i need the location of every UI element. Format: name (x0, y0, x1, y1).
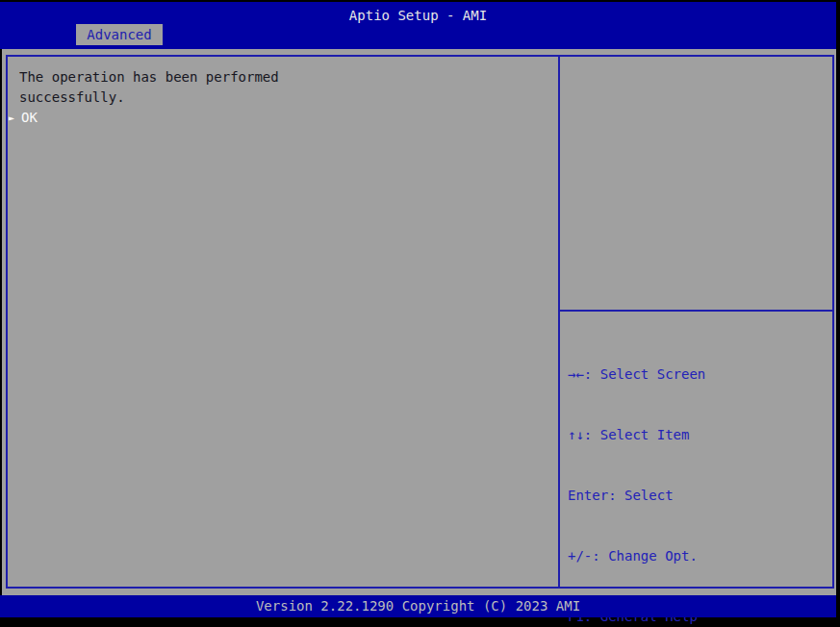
key-legend-line: ↑↓: Select Item (568, 425, 830, 445)
dialog-message-line-2: successfully. (8, 88, 558, 108)
header-bar: Aptio Setup - AMI Advanced (0, 2, 836, 49)
ok-option[interactable]: ►OK (8, 108, 558, 128)
help-panel-divider (559, 310, 833, 312)
help-panel: →←: Select Screen ↑↓: Select Item Enter:… (558, 55, 834, 589)
dialog-panel: The operation has been performed success… (6, 55, 560, 589)
tab-advanced[interactable]: Advanced (76, 24, 163, 45)
dialog-message-line-1: The operation has been performed (8, 67, 558, 88)
footer-bar: Version 2.22.1290 Copyright (C) 2023 AMI (0, 595, 836, 617)
version-text: Version 2.22.1290 Copyright (C) 2023 AMI (256, 598, 580, 614)
tab-advanced-label: Advanced (87, 27, 151, 42)
bios-setup-screen: Aptio Setup - AMI Advanced The operation… (0, 0, 840, 627)
selection-arrow-icon: ► (9, 113, 14, 123)
key-legend: →←: Select Screen ↑↓: Select Item Enter:… (568, 324, 830, 627)
main-area: The operation has been performed success… (2, 49, 836, 596)
key-legend-line: +/-: Change Opt. (568, 546, 830, 566)
key-legend-line: →←: Select Screen (568, 364, 830, 385)
ok-option-label: OK (21, 110, 38, 125)
key-legend-line: Enter: Select (568, 486, 830, 506)
app-title: Aptio Setup - AMI (0, 8, 836, 23)
